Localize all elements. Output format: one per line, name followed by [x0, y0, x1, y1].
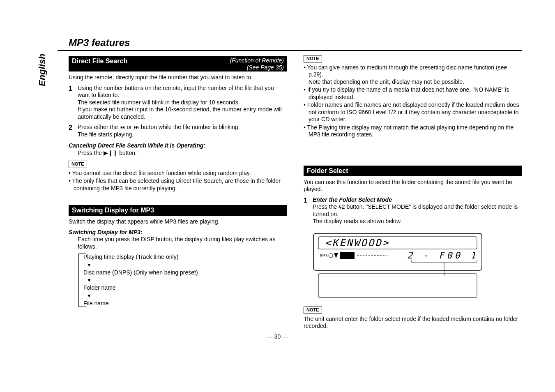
lcd-display-illustration: <KENWOOD> MP3 2 - F00 1 [313, 233, 485, 302]
function-of-remote-label: (Function of Remote) [230, 57, 284, 65]
display-flow: ↓ Playing time display (Track time only)… [78, 254, 287, 307]
note-bullet: You cannot use the direct file search fu… [69, 170, 287, 177]
section-direct-file-search: Direct File Search (Function of Remote) … [69, 56, 287, 71]
right-column: NOTE You can give names to medium throug… [304, 53, 522, 330]
section2-intro: Switch the display that appears while MP… [69, 218, 287, 226]
flow-item: Disc name (DNPS) (Only when being preset… [83, 269, 287, 277]
step-1-folder: 1 Enter the Folder Select Mode Press the… [304, 196, 522, 225]
step-1-line-b: The selected file number will blink in t… [78, 99, 287, 106]
section1-intro: Using the remote, directly input the fil… [69, 74, 287, 81]
step-number: 1 [69, 85, 78, 121]
step-number: 2 [69, 124, 78, 138]
play-pause-icon: ▶❙❙ [104, 150, 117, 156]
note-bullet: The Playing time display may not match t… [304, 124, 522, 138]
cancel-body: Press the ▶❙❙ button. [78, 150, 287, 157]
section3-intro: You can use this function to select the … [304, 179, 522, 193]
flow-item: Folder name [83, 284, 287, 292]
lcd-bottom-text: 2 - F00 1 [407, 250, 478, 261]
next-track-icon: ⏭ [134, 124, 139, 130]
arrow-down-icon: ↓ [87, 253, 90, 259]
text: button while the file number is blinking… [139, 124, 240, 130]
flow-item: File name [83, 300, 287, 307]
step-2-line-b: The file starts playing. [78, 131, 287, 138]
step-1-line-a: Using the number buttons on the remote, … [78, 85, 287, 99]
switching-body: Each time you press the DISP button, the… [78, 236, 287, 250]
lcd-top-text: <KENWOOD> [325, 237, 389, 249]
text: or [125, 124, 134, 130]
note-label: NOTE [304, 307, 322, 314]
switching-subhead: Switching Display for MP3: [69, 229, 287, 236]
note-label: NOTE [69, 161, 87, 168]
flow-item: Playing time display (Track time only) [83, 254, 287, 261]
arrow-down-icon: ▼ [87, 263, 287, 267]
section-title: Folder Select [307, 167, 348, 174]
section-title: Direct File Search [72, 58, 127, 65]
see-page-label: (See Page 35) [247, 64, 284, 71]
prev-track-icon: ⏮ [120, 124, 125, 130]
text: Press either the [78, 124, 120, 130]
section-switching-display: Switching Display for MP3 [69, 205, 287, 216]
step-1: 1 Using the number buttons on the remote… [69, 85, 287, 121]
language-label: English [37, 54, 48, 86]
step-1-line-c: If you make no further input in the 10-s… [78, 106, 287, 120]
title-rule [58, 50, 522, 51]
step-line-b: The display reads as shown below. [313, 218, 522, 225]
svg-rect-9 [318, 274, 477, 297]
right-notes: You can give names to medium through the… [304, 64, 522, 138]
note-bullet: Folder names and file names are not disp… [304, 101, 522, 123]
cancel-heading: Canceling Direct File Search While It Is… [69, 142, 287, 150]
lcd-mp3-label: MP3 [320, 254, 327, 258]
folder-select-note-text: The unit cannot enter the folder select … [304, 316, 522, 330]
page-number: — 30 — [33, 333, 522, 340]
svg-point-2 [329, 254, 333, 258]
section-folder-select: Folder Select [304, 166, 522, 176]
note-bullet: The only files that can be selected usin… [69, 178, 287, 192]
note-label: NOTE [304, 55, 322, 62]
step-2: 2 Press either the ⏮ or ⏭ button while t… [69, 124, 287, 138]
step-line-a: Press the #2 button. "SELECT MODE" is di… [313, 203, 522, 218]
step-2-line-a: Press either the ⏮ or ⏭ button while the… [78, 124, 287, 131]
step-number: 1 [304, 196, 313, 225]
text: button. [117, 150, 137, 156]
section-title: Switching Display for MP3 [72, 207, 154, 214]
svg-rect-3 [340, 252, 355, 259]
note-bullet: You can give names to medium through the… [304, 64, 522, 86]
left-column: Direct File Search (Function of Remote) … [69, 53, 287, 330]
note-bullet: If you try to display the name of a medi… [304, 86, 522, 101]
arrow-down-icon: ▼ [87, 293, 287, 298]
section1-notes: You cannot use the direct file search fu… [69, 170, 287, 192]
text: Press the [78, 150, 104, 156]
step-heading: Enter the Folder Select Mode [313, 196, 522, 204]
arrow-down-icon: ▼ [87, 278, 287, 283]
page-title: MP3 features [69, 37, 522, 48]
